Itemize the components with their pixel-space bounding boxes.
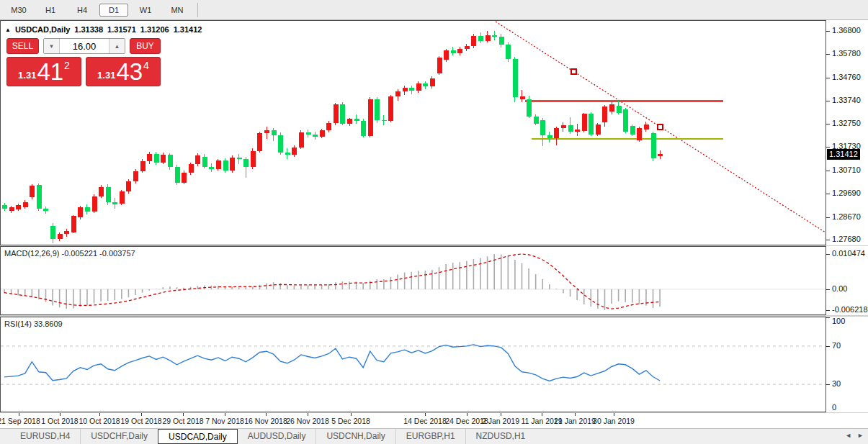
mt4-window: M30H1H4D1W1MN ▲ USDCAD,Daily 1.31338 1.3…	[0, 0, 868, 444]
timeframe-button-m30[interactable]: M30	[4, 4, 33, 17]
buy-quote-button[interactable]: 1.31 43 4	[86, 57, 161, 86]
tab-scroll-left-icon[interactable]: ◄	[845, 432, 851, 439]
volume-increase-button[interactable]: ▲	[109, 39, 125, 53]
date-label: 2 Jan 2019	[482, 417, 519, 425]
date-tick	[542, 413, 542, 416]
rsi-axis-label: 0	[832, 403, 836, 412]
macd-axis-label: 0.010474	[832, 249, 865, 258]
timeframe-button-w1[interactable]: W1	[131, 4, 160, 17]
axis-tick	[826, 240, 830, 240]
date-label: 5 Dec 2018	[331, 417, 370, 425]
date-label: 21 Sep 2018	[0, 417, 40, 425]
macd-label: MACD(12,26,9) -0.005221 -0.003757	[4, 249, 135, 258]
tab-scroll-right-icon[interactable]: ►	[857, 432, 864, 439]
macd-axis-label: 0.00	[832, 284, 847, 293]
volume-decrease-button[interactable]: ▼	[44, 39, 60, 53]
timeframe-button-d1[interactable]: D1	[99, 4, 128, 17]
sell-button[interactable]: SELL	[6, 38, 39, 54]
price-axis: 1.368001.357801.347601.337401.327501.317…	[826, 20, 868, 245]
date-tick	[99, 413, 100, 416]
triangle-down-icon: ▼	[49, 43, 55, 50]
volume-input[interactable]	[60, 39, 109, 53]
axis-tick	[826, 217, 830, 218]
axis-tick	[826, 310, 830, 311]
timeframe-button-h1[interactable]: H1	[36, 4, 65, 17]
date-tick	[425, 413, 426, 416]
price-axis-label: 1.30710	[832, 166, 861, 174]
price-chart-plot[interactable]: ▲ USDCAD,Daily 1.31338 1.31571 1.31206 1…	[0, 20, 826, 245]
macd-axis-label: -0.006218	[832, 305, 868, 314]
one-click-trade-widget: SELL ▼ ▲ BUY 1.31 41	[6, 38, 161, 86]
buy-button[interactable]: BUY	[130, 38, 161, 54]
price-axis-label: 1.36800	[832, 26, 861, 35]
chart-tabbar: EURUSD,H4USDCHF,DailyUSDCAD,DailyAUDUSD,…	[0, 428, 868, 444]
date-label: 26 Nov 2018	[286, 417, 329, 425]
date-tick	[60, 413, 61, 416]
chart-tab-nzdusd-h1[interactable]: NZDUSD,H1	[465, 429, 536, 444]
chart-tab-usdcnh-daily[interactable]: USDCNH,Daily	[316, 429, 395, 444]
rsi-axis-label: 30	[832, 379, 841, 388]
buy-price-prefix: 1.31	[97, 70, 115, 81]
date-tick	[501, 413, 501, 416]
price-axis-label: 1.27680	[832, 235, 861, 243]
date-label: 7 Nov 2018	[205, 417, 244, 425]
price-axis-label: 1.35780	[832, 49, 861, 58]
rsi-pane: RSI(14) 33.8609 10070300	[0, 317, 868, 412]
buy-price-sup: 4	[143, 60, 149, 71]
date-tick	[614, 413, 614, 416]
macd-plot[interactable]: MACD(12,26,9) -0.005221 -0.003757	[0, 246, 826, 315]
rsi-axis-label: 100	[832, 317, 845, 325]
chart-tab-eurgbp-h1[interactable]: EURGBP,H1	[395, 429, 465, 444]
axis-tick	[826, 317, 830, 318]
symbol-label: USDCAD,Daily	[15, 25, 70, 34]
ohlc-close: 1.31412	[174, 25, 202, 34]
sell-price-prefix: 1.31	[18, 70, 36, 81]
price-axis-label: 1.33740	[832, 96, 861, 104]
ohlc-low: 1.31206	[140, 25, 169, 34]
date-label: 14 Dec 2018	[403, 417, 447, 425]
collapse-panel-icon[interactable]: ▲	[5, 27, 11, 33]
axis-tick	[826, 101, 830, 101]
chart-tab-audusd-daily[interactable]: AUDUSD,Daily	[238, 429, 316, 444]
macd-pane: MACD(12,26,9) -0.005221 -0.003757 0.0104…	[0, 246, 868, 315]
date-label: 10 Oct 2018	[79, 417, 120, 425]
date-tick	[19, 413, 19, 416]
sell-quote-button[interactable]: 1.31 41 2	[6, 57, 81, 86]
axis-tick	[826, 147, 830, 148]
chart-tab-eurusd-h4[interactable]: EURUSD,H4	[10, 429, 80, 444]
date-label: 30 Jan 2019	[593, 417, 635, 425]
chart-tab-usdcad-daily[interactable]: USDCAD,Daily	[158, 429, 238, 444]
chart-symbol-header: ▲ USDCAD,Daily 1.31338 1.31571 1.31206 1…	[5, 25, 202, 34]
timeframe-button-h4[interactable]: H4	[68, 4, 97, 17]
sell-price-big: 41	[37, 61, 63, 83]
price-axis-label: 1.28670	[832, 212, 861, 221]
rsi-chart	[1, 317, 826, 412]
rsi-plot[interactable]: RSI(14) 33.8609	[0, 317, 826, 412]
price-axis-label: 1.32750	[832, 119, 861, 127]
timeframe-button-mn[interactable]: MN	[163, 4, 192, 17]
date-tick	[183, 413, 184, 416]
tabbar-nav: ◄►	[845, 432, 864, 439]
ohlc-high: 1.31571	[107, 25, 136, 34]
date-tick	[467, 413, 467, 416]
date-tick	[575, 413, 576, 416]
date-label: 19 Oct 2018	[120, 417, 161, 425]
price-axis-label: 1.34760	[832, 73, 861, 81]
volume-stepper: ▼ ▲	[43, 38, 125, 54]
date-tick	[141, 413, 142, 416]
axis-tick	[826, 31, 830, 32]
axis-tick	[826, 194, 830, 194]
sell-price-sup: 2	[64, 60, 70, 71]
chart-tab-usdchf-daily[interactable]: USDCHF,Daily	[80, 429, 158, 444]
axis-tick	[826, 78, 830, 78]
date-label: 21 Jan 2019	[554, 417, 596, 425]
date-label: 1 Oct 2018	[41, 417, 78, 425]
macd-axis: 0.0104740.00-0.006218	[826, 246, 868, 315]
date-label: 29 Oct 2018	[162, 417, 203, 425]
triangle-up-icon: ▲	[115, 43, 120, 50]
date-label: 16 Nov 2018	[244, 417, 287, 425]
price-axis-label: 1.29690	[832, 189, 861, 197]
axis-tick	[826, 124, 830, 124]
rsi-axis: 10070300	[826, 317, 868, 412]
price-chart-pane: ▲ USDCAD,Daily 1.31338 1.31571 1.31206 1…	[0, 20, 868, 245]
